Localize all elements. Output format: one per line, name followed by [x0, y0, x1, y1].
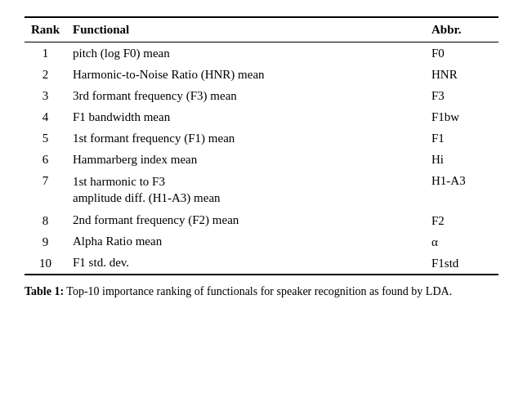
caption-label: Table 1:: [25, 285, 64, 297]
functional-cell: Hammarberg index mean: [66, 149, 425, 170]
table-row: 33rd formant frequency (F3) meanF3: [25, 85, 498, 106]
main-table-container: Rank Functional Abbr. 1pitch (log F0) me…: [25, 16, 498, 299]
abbr-header: Abbr.: [425, 17, 498, 42]
caption-text: Top-10 importance ranking of functionals…: [64, 285, 452, 297]
table-row: 10F1 std. dev.F1std: [25, 252, 498, 275]
table-row: 71st harmonic to F3amplitude diff. (H1-A…: [25, 170, 498, 210]
table-caption: Table 1: Top-10 importance ranking of fu…: [25, 284, 498, 300]
rank-cell: 9: [25, 231, 66, 252]
functional-header: Functional: [66, 17, 425, 42]
table-row: 51st formant frequency (F1) meanF1: [25, 127, 498, 149]
table-row: 4F1 bandwidth meanF1bw: [25, 106, 498, 127]
table-row: 9Alpha Ratio meanα: [25, 231, 498, 252]
table-row: 2Harmonic-to-Noise Ratio (HNR) meanHNR: [25, 64, 498, 85]
functional-cell: F1 bandwidth mean: [66, 106, 425, 127]
functional-cell: 1st harmonic to F3amplitude diff. (H1-A3…: [66, 170, 425, 210]
rank-cell: 5: [25, 127, 66, 149]
rank-cell: 2: [25, 64, 66, 85]
rank-cell: 10: [25, 252, 66, 275]
rank-cell: 4: [25, 106, 66, 127]
functional-cell: pitch (log F0) mean: [66, 42, 425, 65]
functional-cell: F1 std. dev.: [66, 252, 425, 275]
table-header-row: Rank Functional Abbr.: [25, 17, 498, 42]
abbr-cell: H1-A3: [425, 170, 498, 210]
functional-cell: Harmonic-to-Noise Ratio (HNR) mean: [66, 64, 425, 85]
abbr-cell: F0: [425, 42, 498, 65]
rank-header: Rank: [25, 17, 66, 42]
abbr-cell: F2: [425, 210, 498, 231]
rank-cell: 7: [25, 170, 66, 210]
rank-cell: 8: [25, 210, 66, 231]
abbr-cell: F1std: [425, 252, 498, 275]
table-row: 1pitch (log F0) meanF0: [25, 42, 498, 65]
abbr-cell: α: [425, 231, 498, 252]
functional-cell: Alpha Ratio mean: [66, 231, 425, 252]
abbr-cell: HNR: [425, 64, 498, 85]
functional-cell: 3rd formant frequency (F3) mean: [66, 85, 425, 106]
functional-cell: 2nd formant frequency (F2) mean: [66, 210, 425, 231]
rank-cell: 1: [25, 42, 66, 65]
abbr-cell: F1: [425, 127, 498, 149]
rankings-table: Rank Functional Abbr. 1pitch (log F0) me…: [25, 16, 498, 275]
rank-cell: 3: [25, 85, 66, 106]
abbr-cell: Hi: [425, 149, 498, 170]
rank-cell: 6: [25, 149, 66, 170]
functional-cell: 1st formant frequency (F1) mean: [66, 127, 425, 149]
table-row: 6Hammarberg index meanHi: [25, 149, 498, 170]
abbr-cell: F3: [425, 85, 498, 106]
table-row: 82nd formant frequency (F2) meanF2: [25, 210, 498, 231]
abbr-cell: F1bw: [425, 106, 498, 127]
